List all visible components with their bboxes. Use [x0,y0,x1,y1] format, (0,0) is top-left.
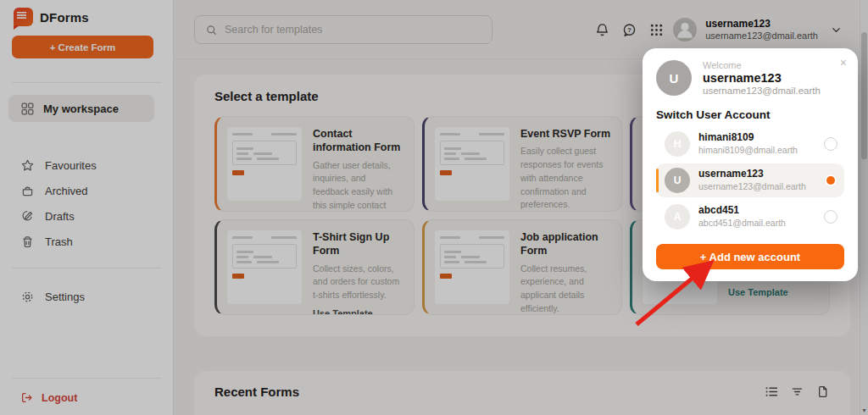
add-new-account-button[interactable]: + Add new account [656,244,844,269]
account-radio[interactable] [824,210,837,224]
current-user-avatar: U [656,60,692,96]
account-row-himani8109[interactable]: H himani8109 himani8109@dmail.earth [656,127,844,161]
account-radio-selected[interactable] [824,174,837,187]
popup-header: U Welcome username123 username123@dmail.… [656,60,844,96]
popup-user-email: username123@dmail.earth [703,86,821,96]
account-list: H himani8109 himani8109@dmail.earth U us… [656,127,844,234]
account-row-username123[interactable]: U username123 username123@dmail.earth [656,163,844,197]
account-email: username123@dmail.earth [698,181,806,193]
welcome-label: Welcome [703,60,821,70]
account-avatar: H [665,131,690,157]
app-window: DForms + Create Form My workspace Favour… [0,0,868,415]
account-name: himani8109 [698,131,798,145]
close-icon[interactable]: × [840,57,847,69]
account-switcher-popup: × U Welcome username123 username123@dmai… [643,48,858,281]
popup-user-name: username123 [703,71,821,85]
account-avatar: A [665,204,690,230]
account-email: abcd451@dmail.earth [698,218,786,230]
account-radio[interactable] [824,137,837,151]
account-avatar: U [665,168,690,193]
switch-account-heading: Switch User Account [656,108,844,121]
account-name: username123 [698,168,806,181]
account-email: himani8109@dmail.earth [698,145,798,157]
account-row-abcd451[interactable]: A abcd451 abcd451@dmail.earth [656,200,844,234]
account-name: abcd451 [698,204,786,218]
